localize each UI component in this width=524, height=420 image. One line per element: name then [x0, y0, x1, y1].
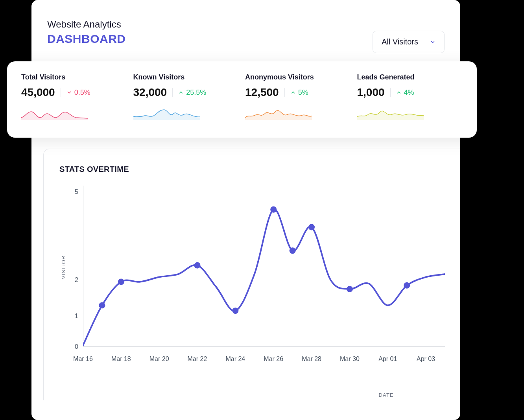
- stat-label: Total Visitors: [21, 73, 125, 81]
- svg-point-8: [308, 224, 315, 230]
- page-title: DASHBOARD: [47, 32, 126, 46]
- chevron-up-icon: [396, 90, 402, 95]
- stat-change: 25.5%: [178, 88, 206, 97]
- stat-leads-generated: Leads Generated 1,000 4%: [357, 73, 469, 130]
- chart-title: STATS OVERTIME: [59, 165, 460, 174]
- sparkline-total: [21, 106, 88, 120]
- divider: [172, 88, 173, 97]
- y-tick: 0: [66, 343, 78, 350]
- stat-change: 4%: [396, 88, 414, 97]
- page-subtitle: Website Analytics: [47, 19, 126, 30]
- stat-value-row: 45,000 0.5%: [21, 86, 125, 99]
- x-tick: Apr 01: [378, 356, 397, 363]
- stat-value-row: 32,000 25.5%: [133, 86, 238, 99]
- stats-overtime-panel: STATS OVERTIME VISITOR DATE 0125 Mar 16M…: [43, 149, 460, 400]
- line-chart: [83, 186, 445, 351]
- svg-point-4: [194, 262, 201, 269]
- svg-point-2: [99, 302, 105, 308]
- title-block: Website Analytics DASHBOARD: [47, 19, 126, 46]
- stat-known-visitors: Known Visitors 32,000 25.5%: [133, 73, 245, 130]
- stat-change-text: 5%: [298, 88, 308, 97]
- svg-point-6: [270, 206, 277, 213]
- stat-label: Leads Generated: [357, 73, 461, 81]
- svg-point-5: [232, 308, 238, 314]
- x-axis-label: DATE: [378, 392, 394, 398]
- x-tick: Apr 03: [417, 356, 435, 363]
- stat-change-text: 4%: [404, 88, 414, 97]
- sparkline-anonymous: [245, 106, 312, 120]
- x-tick: Mar 16: [73, 356, 93, 363]
- x-tick: Mar 24: [225, 356, 245, 363]
- svg-point-10: [404, 282, 410, 289]
- stat-change-text: 0.5%: [74, 88, 90, 97]
- sparkline-leads: [357, 106, 424, 120]
- svg-point-7: [290, 247, 296, 254]
- sparkline-known: [133, 106, 200, 120]
- stat-value: 1,000: [357, 86, 385, 99]
- chart-area: VISITOR DATE 0125 Mar 16Mar 18Mar 20Mar …: [59, 182, 445, 378]
- stat-value-row: 1,000 4%: [357, 86, 461, 99]
- stat-change-text: 25.5%: [186, 88, 206, 97]
- x-tick: Mar 28: [302, 356, 321, 363]
- divider: [390, 88, 391, 97]
- dropdown-label: All Visitors: [382, 37, 418, 46]
- chevron-down-icon: [66, 90, 72, 95]
- y-axis-label: VISITOR: [61, 255, 66, 279]
- header-row: Website Analytics DASHBOARD All Visitors: [47, 19, 445, 53]
- stat-value-row: 12,500 5%: [245, 86, 349, 99]
- chevron-down-icon: [430, 39, 435, 45]
- stat-total-visitors: Total Visitors 45,000 0.5%: [21, 73, 133, 130]
- x-tick: Mar 18: [111, 356, 131, 363]
- visitor-filter-dropdown[interactable]: All Visitors: [373, 31, 445, 53]
- x-tick: Mar 20: [149, 356, 169, 363]
- chevron-up-icon: [178, 90, 184, 95]
- y-tick: 5: [66, 188, 78, 195]
- svg-point-9: [347, 286, 353, 292]
- x-tick: Mar 22: [188, 356, 207, 363]
- x-tick: Mar 30: [340, 356, 360, 363]
- divider: [61, 88, 61, 97]
- y-tick: 2: [66, 276, 78, 284]
- stat-value: 32,000: [133, 86, 167, 99]
- divider: [284, 88, 285, 97]
- svg-point-3: [118, 279, 124, 285]
- stat-value: 12,500: [245, 86, 279, 99]
- stat-label: Anonymous Visitors: [245, 73, 349, 81]
- stat-value: 45,000: [21, 86, 55, 99]
- stat-anonymous-visitors: Anonymous Visitors 12,500 5%: [245, 73, 357, 130]
- y-tick: 1: [66, 313, 78, 320]
- stat-change: 0.5%: [66, 88, 90, 97]
- stat-change: 5%: [290, 88, 308, 97]
- x-tick: Mar 26: [264, 356, 283, 363]
- stats-row: Total Visitors 45,000 0.5% Known Visitor…: [7, 61, 477, 138]
- chevron-up-icon: [290, 90, 296, 95]
- stat-label: Known Visitors: [133, 73, 238, 81]
